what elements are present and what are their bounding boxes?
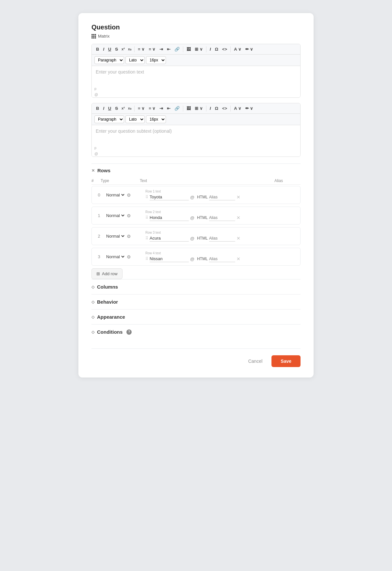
row-type-3: Normal Header ⚙ bbox=[105, 254, 144, 260]
row-num-0: 0 bbox=[94, 193, 104, 197]
drag-handle-0[interactable]: ⠿ bbox=[145, 195, 148, 199]
superscript-btn2[interactable]: x² bbox=[120, 106, 126, 111]
html-label-2: HTML bbox=[197, 236, 208, 241]
paragraph-select1[interactable]: Paragraph Heading 1 Heading 2 bbox=[94, 56, 124, 64]
appearance-section: ◇ Appearance bbox=[91, 309, 301, 324]
cancel-button[interactable]: Cancel bbox=[243, 355, 268, 367]
strikethrough-btn[interactable]: S bbox=[113, 46, 120, 52]
rows-section-header[interactable]: ✕ Rows bbox=[91, 163, 301, 177]
text-color-btn[interactable]: A ∨ bbox=[232, 46, 243, 52]
underline-btn[interactable]: U bbox=[106, 46, 113, 52]
sep1b bbox=[134, 106, 135, 111]
size-select2[interactable]: 16px 14px bbox=[146, 115, 166, 123]
type-select-1[interactable]: Normal Header bbox=[105, 213, 125, 218]
delete-row-1[interactable]: ✕ bbox=[237, 215, 240, 220]
underline-btn2[interactable]: U bbox=[106, 105, 113, 111]
outdent-btn2[interactable]: ⇤ bbox=[165, 105, 172, 111]
text-color-btn2[interactable]: A ∨ bbox=[232, 105, 243, 111]
table-btn2[interactable]: ⊞ ∨ bbox=[193, 105, 204, 111]
bold-btn2[interactable]: B bbox=[94, 105, 101, 111]
type-select-2[interactable]: Normal Header bbox=[105, 233, 125, 239]
list-btn[interactable]: ≡ ∨ bbox=[136, 46, 146, 52]
drag-handle-3[interactable]: ⠿ bbox=[145, 257, 148, 261]
row-text-input-2[interactable] bbox=[150, 235, 189, 242]
omega-btn[interactable]: Ω bbox=[213, 46, 220, 52]
rows-table-header: # Type Text Alias bbox=[91, 177, 301, 185]
strikethrough-btn2[interactable]: S bbox=[113, 105, 120, 111]
row-text-input-1[interactable] bbox=[150, 214, 189, 221]
image-btn[interactable]: 🖼 bbox=[185, 46, 192, 52]
alias-input-2[interactable] bbox=[209, 235, 235, 242]
columns-header[interactable]: ◇ Columns bbox=[91, 284, 301, 290]
list-btn2[interactable]: ≡ ∨ bbox=[136, 105, 146, 111]
appearance-header[interactable]: ◇ Appearance bbox=[91, 314, 301, 320]
delete-row-3[interactable]: ✕ bbox=[237, 256, 240, 261]
behavior-header[interactable]: ◇ Behavior bbox=[91, 299, 301, 305]
highlight-btn2[interactable]: ✏ ∨ bbox=[244, 105, 255, 111]
conditions-label: Conditions bbox=[97, 329, 122, 335]
paragraph-select2[interactable]: Paragraph Heading 1 bbox=[94, 115, 124, 123]
indent-btn2[interactable]: ⇥ bbox=[158, 105, 165, 111]
row-label-1: Row 2 text bbox=[145, 210, 270, 214]
delete-row-2[interactable]: ✕ bbox=[237, 236, 240, 241]
italic2-btn[interactable]: I bbox=[208, 46, 213, 52]
image-btn2[interactable]: 🖼 bbox=[185, 105, 192, 111]
link-btn2[interactable]: 🔗 bbox=[173, 105, 181, 111]
row-text-0: Row 1 text ⠿ @ HTML ✕ bbox=[145, 190, 270, 200]
alias-input-3[interactable] bbox=[209, 256, 235, 262]
alias-input-1[interactable] bbox=[209, 215, 235, 221]
delete-row-0[interactable]: ✕ bbox=[237, 194, 240, 200]
row-label-3: Row 4 text bbox=[145, 251, 270, 255]
drag-handle-2[interactable]: ⠿ bbox=[145, 236, 148, 241]
highlight-btn[interactable]: ✏ ∨ bbox=[244, 46, 255, 52]
drag-handle-1[interactable]: ⠿ bbox=[145, 215, 148, 220]
subscript-btn2[interactable]: x₂ bbox=[127, 106, 133, 111]
italic-btn2[interactable]: I bbox=[101, 105, 106, 111]
ordered-list-btn2[interactable]: ≡ ∨ bbox=[147, 105, 157, 111]
table-row: 3 Normal Header ⚙ Row 4 text ⠿ @ HTML ✕ bbox=[91, 248, 301, 266]
subscript-btn[interactable]: x₂ bbox=[127, 46, 133, 52]
question-type-label: Matrix bbox=[98, 34, 109, 39]
alias-input-0[interactable] bbox=[209, 194, 235, 200]
indent-btn[interactable]: ⇥ bbox=[158, 46, 165, 52]
outdent-btn[interactable]: ⇤ bbox=[165, 46, 172, 52]
row-text-input-0[interactable] bbox=[150, 194, 189, 200]
conditions-header[interactable]: ◇ Conditions ? bbox=[91, 329, 301, 335]
row-hierarchy-icon-2: ⚙ bbox=[127, 234, 131, 239]
sep3 bbox=[206, 46, 206, 52]
table-btn[interactable]: ⊞ ∨ bbox=[193, 46, 204, 52]
add-row-button[interactable]: ⊞ Add row bbox=[91, 268, 122, 279]
sep2 bbox=[183, 46, 183, 52]
link-btn[interactable]: 🔗 bbox=[173, 46, 181, 52]
row-text-1: Row 2 text ⠿ @ HTML ✕ bbox=[145, 210, 270, 221]
row-input-wrap-0: ⠿ @ HTML ✕ bbox=[145, 194, 270, 200]
bold-btn[interactable]: B bbox=[94, 46, 101, 52]
omega-btn2[interactable]: Ω bbox=[213, 105, 220, 111]
type-select-0[interactable]: Normal Header bbox=[105, 192, 125, 198]
code-btn2[interactable]: <> bbox=[220, 105, 229, 111]
code-btn[interactable]: <> bbox=[220, 46, 229, 52]
row-input-wrap-1: ⠿ @ HTML ✕ bbox=[145, 214, 270, 221]
row-text-input-3[interactable] bbox=[150, 256, 189, 262]
appearance-chevron-icon: ◇ bbox=[91, 315, 94, 319]
behavior-chevron-icon: ◇ bbox=[91, 300, 94, 304]
save-button[interactable]: Save bbox=[271, 355, 301, 367]
ordered-list-btn[interactable]: ≡ ∨ bbox=[147, 46, 157, 52]
row-type-1: Normal Header ⚙ bbox=[105, 213, 144, 218]
font-select1[interactable]: Lato Arial bbox=[125, 56, 145, 64]
question-text-input[interactable]: Enter your question text bbox=[92, 66, 300, 86]
italic3-btn[interactable]: I bbox=[208, 105, 213, 111]
table-row: 2 Normal Header ⚙ Row 3 text ⠿ @ HTML ✕ bbox=[91, 227, 301, 245]
font-select2[interactable]: Lato Arial bbox=[125, 115, 145, 123]
columns-label: Columns bbox=[97, 284, 118, 290]
row-hierarchy-icon-1: ⚙ bbox=[127, 213, 131, 218]
italic-btn[interactable]: I bbox=[101, 46, 106, 52]
size-select1[interactable]: 16px 14px 18px bbox=[146, 56, 166, 64]
superscript-btn[interactable]: x² bbox=[120, 46, 126, 52]
conditions-help-icon[interactable]: ? bbox=[126, 329, 132, 335]
question-text-editor: B I U S x² x₂ ≡ ∨ ≡ ∨ ⇥ ⇤ 🔗 🖼 ⊞ ∨ I Ω <>… bbox=[91, 44, 301, 98]
type-select-3[interactable]: Normal Header bbox=[105, 254, 125, 260]
sep4b bbox=[230, 106, 231, 111]
col-type: Type bbox=[101, 178, 140, 183]
subtext-input[interactable]: Enter your question subtext (optional) bbox=[92, 125, 300, 145]
